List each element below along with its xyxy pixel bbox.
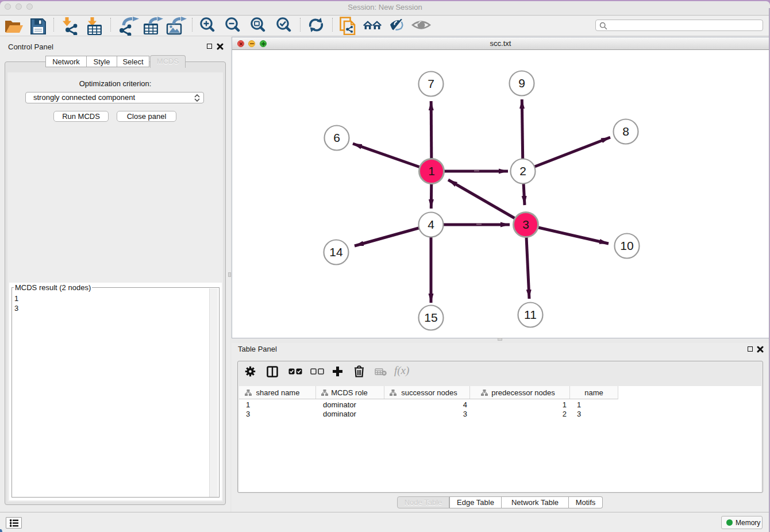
- svg-text:15: 15: [424, 311, 437, 324]
- svg-text:11: 11: [524, 308, 537, 321]
- svg-text:1: 1: [428, 164, 435, 178]
- svg-text:2: 2: [519, 164, 526, 178]
- svg-text:6: 6: [333, 131, 340, 144]
- svg-text:4: 4: [428, 218, 434, 231]
- svg-text:3: 3: [522, 218, 529, 231]
- svg-text:14: 14: [329, 245, 343, 259]
- svg-text:7: 7: [428, 77, 434, 90]
- svg-text:10: 10: [620, 239, 633, 252]
- svg-text:9: 9: [518, 76, 525, 90]
- svg-text:8: 8: [622, 125, 629, 138]
